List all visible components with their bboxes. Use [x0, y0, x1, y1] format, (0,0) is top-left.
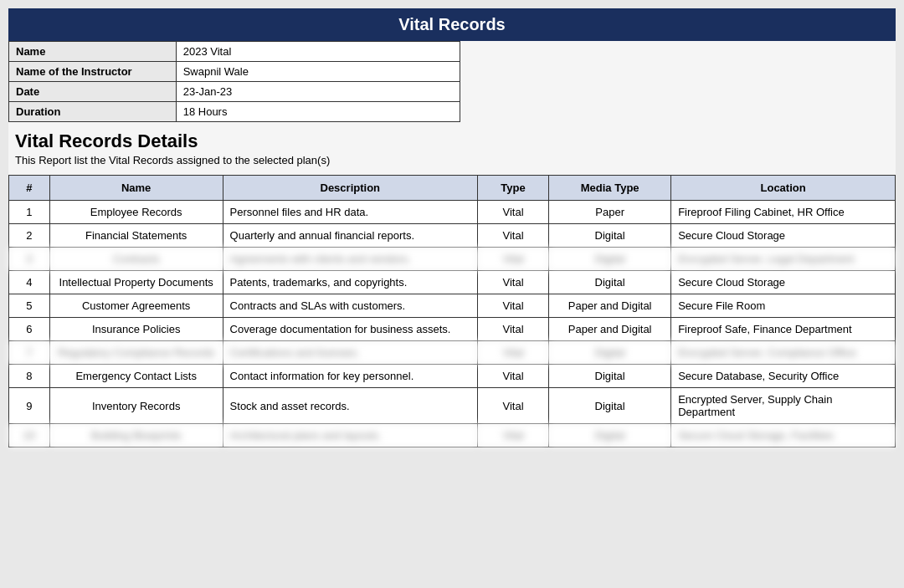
- table-header: # Name Description Type Media Type Locat…: [9, 176, 896, 201]
- table-row: 10Building BlueprintsArchitectural plans…: [9, 424, 896, 447]
- cell-location: Secure Database, Security Office: [671, 365, 896, 388]
- cell-type: Vital: [477, 271, 548, 294]
- cell-type: Vital: [477, 341, 548, 365]
- cell-name: Financial Statements: [49, 224, 223, 248]
- cell-name: Building Blueprints: [49, 424, 223, 447]
- cell-type: Vital: [477, 248, 548, 271]
- info-value-duration: 18 Hours: [176, 102, 460, 122]
- info-section: Name 2023 Vital Name of the Instructor S…: [8, 41, 896, 122]
- header-row: # Name Description Type Media Type Locat…: [9, 176, 896, 201]
- info-value-instructor: Swapnil Wale: [176, 62, 460, 82]
- cell-media: Digital: [549, 365, 671, 388]
- cell-location: Secure Cloud Storage, Facilities: [671, 424, 896, 447]
- cell-media: Digital: [549, 424, 671, 447]
- cell-desc: Contact information for key personnel.: [223, 365, 477, 388]
- cell-type: Vital: [477, 424, 548, 447]
- records-table: # Name Description Type Media Type Locat…: [8, 175, 896, 447]
- info-label-name: Name: [9, 42, 177, 62]
- cell-name: Regulatory Compliance Records: [49, 341, 223, 365]
- col-header-name: Name: [49, 176, 223, 201]
- cell-type: Vital: [477, 294, 548, 318]
- table-row: 6Insurance PoliciesCoverage documentatio…: [9, 318, 896, 341]
- cell-num: 1: [9, 201, 50, 224]
- cell-media: Digital: [549, 341, 671, 365]
- cell-num: 2: [9, 224, 50, 248]
- info-row-duration: Duration 18 Hours: [9, 102, 460, 122]
- table-body: 1Employee RecordsPersonnel files and HR …: [9, 201, 896, 447]
- info-value-name: 2023 Vital: [176, 42, 460, 62]
- cell-media: Paper and Digital: [549, 294, 671, 318]
- cell-desc: Coverage documentation for business asse…: [223, 318, 477, 341]
- cell-location: Encrypted Server, Compliance Office: [671, 341, 896, 365]
- col-header-location: Location: [671, 176, 896, 201]
- cell-media: Paper and Digital: [549, 318, 671, 341]
- page-title: Vital Records: [8, 8, 896, 41]
- page-container: Vital Records Name 2023 Vital Name of th…: [8, 8, 896, 447]
- cell-num: 5: [9, 294, 50, 318]
- info-value-date: 23-Jan-23: [176, 82, 460, 102]
- cell-name: Customer Agreements: [49, 294, 223, 318]
- cell-name: Insurance Policies: [49, 318, 223, 341]
- cell-desc: Quarterly and annual financial reports.: [223, 224, 477, 248]
- table-row: 4Intellectual Property DocumentsPatents,…: [9, 271, 896, 294]
- table-row: 3ContractsAgreements with clients and ve…: [9, 248, 896, 271]
- table-row: 2Financial StatementsQuarterly and annua…: [9, 224, 896, 248]
- cell-num: 7: [9, 341, 50, 365]
- info-row-name: Name 2023 Vital: [9, 42, 460, 62]
- cell-location: Secure Cloud Storage: [671, 224, 896, 248]
- col-header-desc: Description: [223, 176, 477, 201]
- col-header-type: Type: [477, 176, 548, 201]
- info-row-instructor: Name of the Instructor Swapnil Wale: [9, 62, 460, 82]
- cell-location: Encrypted Server, Legal Department: [671, 248, 896, 271]
- cell-name: Contracts: [49, 248, 223, 271]
- cell-desc: Patents, trademarks, and copyrights.: [223, 271, 477, 294]
- cell-location: Fireproof Safe, Finance Department: [671, 318, 896, 341]
- cell-name: Emergency Contact Lists: [49, 365, 223, 388]
- info-label-instructor: Name of the Instructor: [9, 62, 177, 82]
- info-label-date: Date: [9, 82, 177, 102]
- cell-type: Vital: [477, 318, 548, 341]
- table-row: 8Emergency Contact ListsContact informat…: [9, 365, 896, 388]
- col-header-num: #: [9, 176, 50, 201]
- cell-location: Fireproof Filing Cabinet, HR Office: [671, 201, 896, 224]
- cell-desc: Certifications and licenses.: [223, 341, 477, 365]
- info-label-duration: Duration: [9, 102, 177, 122]
- cell-name: Intellectual Property Documents: [49, 271, 223, 294]
- section-subtitle: This Report list the Vital Records assig…: [8, 154, 896, 175]
- cell-type: Vital: [477, 365, 548, 388]
- cell-media: Digital: [549, 248, 671, 271]
- table-row: 7Regulatory Compliance RecordsCertificat…: [9, 341, 896, 365]
- cell-desc: Personnel files and HR data.: [223, 201, 477, 224]
- info-table: Name 2023 Vital Name of the Instructor S…: [8, 41, 460, 122]
- cell-num: 6: [9, 318, 50, 341]
- cell-name: Inventory Records: [49, 388, 223, 424]
- table-row: 9Inventory RecordsStock and asset record…: [9, 388, 896, 424]
- cell-location: Secure File Room: [671, 294, 896, 318]
- cell-media: Digital: [549, 271, 671, 294]
- section-title: Vital Records Details: [8, 122, 896, 154]
- info-row-date: Date 23-Jan-23: [9, 82, 460, 102]
- cell-name: Employee Records: [49, 201, 223, 224]
- table-row: 5Customer AgreementsContracts and SLAs w…: [9, 294, 896, 318]
- cell-desc: Contracts and SLAs with customers.: [223, 294, 477, 318]
- cell-location: Secure Cloud Storage: [671, 271, 896, 294]
- cell-num: 4: [9, 271, 50, 294]
- cell-num: 9: [9, 388, 50, 424]
- cell-desc: Architectural plans and layouts.: [223, 424, 477, 447]
- cell-media: Digital: [549, 224, 671, 248]
- col-header-media: Media Type: [549, 176, 671, 201]
- cell-num: 8: [9, 365, 50, 388]
- cell-location: Encrypted Server, Supply Chain Departmen…: [671, 388, 896, 424]
- cell-desc: Stock and asset records.: [223, 388, 477, 424]
- cell-type: Vital: [477, 201, 548, 224]
- cell-media: Paper: [549, 201, 671, 224]
- cell-desc: Agreements with clients and vendors.: [223, 248, 477, 271]
- cell-num: 10: [9, 424, 50, 447]
- cell-num: 3: [9, 248, 50, 271]
- cell-type: Vital: [477, 224, 548, 248]
- cell-type: Vital: [477, 388, 548, 424]
- cell-media: Digital: [549, 388, 671, 424]
- table-row: 1Employee RecordsPersonnel files and HR …: [9, 201, 896, 224]
